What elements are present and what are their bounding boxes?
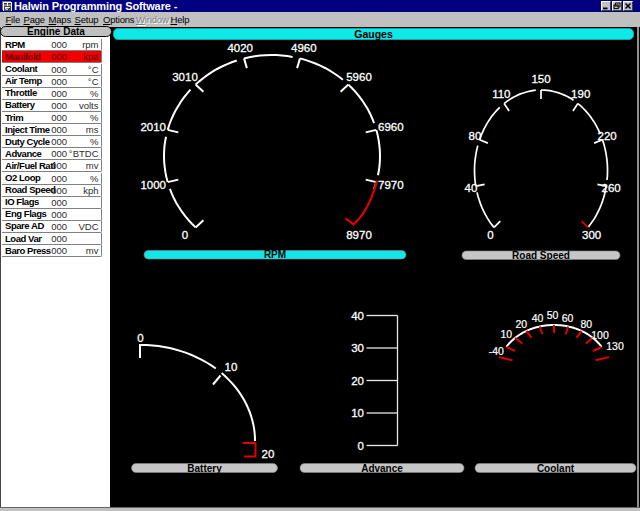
svg-text:10: 10 [225, 361, 238, 373]
svg-text:30: 30 [351, 342, 364, 354]
svg-text:20: 20 [515, 318, 527, 330]
svg-text:300: 300 [582, 229, 601, 241]
svg-text:220: 220 [598, 130, 617, 142]
svg-text:Advance: Advance [361, 463, 403, 474]
svg-text:4020: 4020 [227, 42, 253, 54]
svg-text:Coolant: Coolant [537, 463, 575, 474]
svg-text:-40: -40 [489, 345, 504, 357]
svg-text:1000: 1000 [140, 179, 166, 191]
svg-text:4960: 4960 [291, 42, 317, 54]
svg-text:RPM: RPM [264, 249, 286, 260]
svg-text:0: 0 [137, 332, 143, 344]
svg-text:7970: 7970 [378, 179, 404, 191]
svg-text:130: 130 [606, 340, 624, 352]
svg-text:40: 40 [465, 182, 478, 194]
svg-text:8970: 8970 [346, 229, 372, 241]
svg-text:Road Speed: Road Speed [512, 250, 570, 261]
svg-text:260: 260 [602, 182, 621, 194]
svg-text:3010: 3010 [172, 71, 198, 83]
svg-text:20: 20 [262, 448, 275, 460]
svg-text:190: 190 [571, 88, 590, 100]
svg-text:0: 0 [487, 229, 493, 241]
svg-text:10: 10 [500, 328, 512, 340]
svg-text:50: 50 [547, 309, 559, 321]
svg-text:60: 60 [562, 312, 574, 324]
svg-text:40: 40 [351, 310, 364, 322]
svg-text:100: 100 [591, 329, 609, 341]
svg-text:20: 20 [351, 375, 364, 387]
svg-text:0: 0 [182, 229, 188, 241]
svg-text:5960: 5960 [346, 71, 372, 83]
svg-text:150: 150 [531, 73, 550, 85]
svg-text:80: 80 [580, 318, 592, 330]
svg-text:2010: 2010 [140, 121, 166, 133]
svg-text:0: 0 [358, 440, 364, 452]
svg-text:6960: 6960 [378, 121, 404, 133]
svg-text:110: 110 [492, 88, 510, 100]
svg-text:Battery: Battery [187, 463, 222, 474]
svg-text:10: 10 [351, 407, 364, 419]
svg-text:40: 40 [532, 312, 544, 324]
svg-text:80: 80 [469, 130, 482, 142]
